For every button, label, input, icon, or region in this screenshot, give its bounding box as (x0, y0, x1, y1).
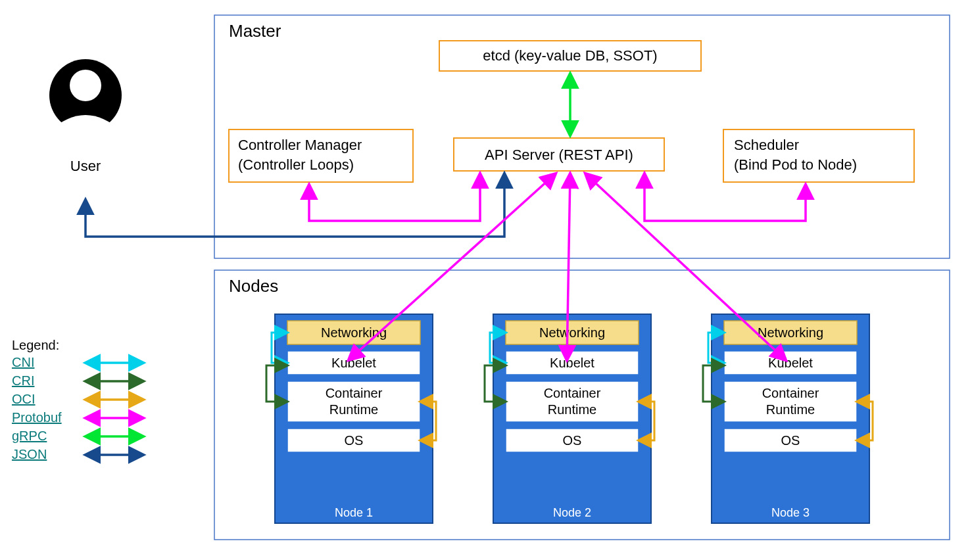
legend-item-label[interactable]: JSON (12, 447, 47, 461)
legend-item-label[interactable]: CNI (12, 355, 34, 369)
node-runtime-l1: Container (762, 386, 819, 400)
node-os-label: OS (781, 433, 800, 448)
node-networking-label: Networking (321, 325, 387, 340)
edge-user-api-json (85, 174, 504, 237)
legend-item-label[interactable]: gRPC (12, 429, 47, 443)
node-runtime-l2: Runtime (329, 402, 378, 417)
node-runtime-l1: Container (544, 386, 601, 400)
node-runtime-l2: Runtime (548, 402, 596, 417)
node-kubelet-label: Kubelet (768, 356, 813, 370)
legend: Legend: CNICRIOCIProtobufgRPCJSON (12, 338, 143, 461)
node-os-label: OS (563, 433, 582, 448)
etcd-label: etcd (key-value DB, SSOT) (483, 47, 657, 64)
node-name: Node 2 (553, 506, 591, 519)
node-runtime-l1: Container (326, 386, 383, 400)
architecture-diagram: User Master etcd (key-value DB, SSOT) Co… (0, 0, 970, 560)
scheduler-l2: (Bind Pod to Node) (734, 156, 857, 173)
node-name: Node 3 (771, 506, 810, 519)
node-networking-label: Networking (539, 325, 605, 340)
controller-manager-l2: (Controller Loops) (238, 156, 354, 173)
api-server-label: API Server (REST API) (485, 147, 633, 163)
legend-item-label[interactable]: CRI (12, 373, 34, 388)
nodes-title: Nodes (229, 276, 278, 296)
node-networking-label: Networking (758, 325, 823, 340)
node-os-label: OS (345, 433, 364, 448)
node-name: Node 1 (335, 506, 373, 519)
node-runtime-l2: Runtime (766, 402, 815, 417)
legend-title: Legend: (12, 338, 59, 352)
legend-item-label[interactable]: OCI (12, 392, 36, 406)
scheduler-l1: Scheduler (734, 137, 799, 153)
node-kubelet-label: Kubelet (550, 356, 594, 370)
legend-item-label[interactable]: Protobuf (12, 410, 62, 425)
controller-manager-l1: Controller Manager (238, 137, 362, 153)
user-label: User (70, 158, 101, 174)
node-kubelet-label: Kubelet (331, 356, 376, 370)
master-title: Master (229, 21, 281, 41)
svg-point-1 (70, 70, 101, 101)
